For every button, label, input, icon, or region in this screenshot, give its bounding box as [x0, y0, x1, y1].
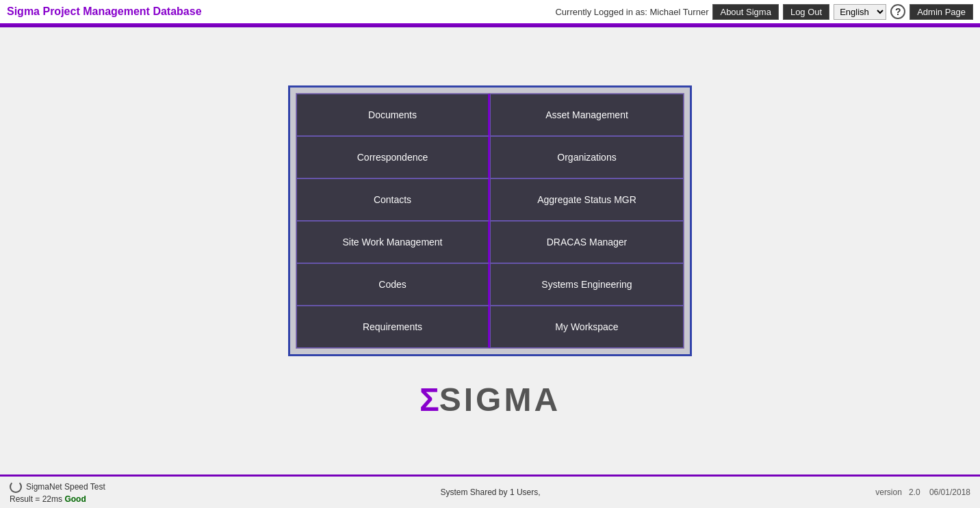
logo-section: Σ SIGMA: [420, 384, 560, 416]
nav-cell-documents[interactable]: Documents: [296, 94, 490, 136]
language-select[interactable]: English Spanish French: [834, 4, 886, 20]
speed-test-label: SigmaNet Speed Test: [26, 482, 105, 492]
version-date: 06/01/2018: [929, 487, 970, 497]
speed-result-text: Result = 22ms: [10, 494, 62, 504]
version-number: 2.0: [909, 487, 920, 497]
about-button[interactable]: About Sigma: [712, 4, 778, 20]
sigma-symbol-icon: Σ: [420, 384, 439, 416]
app-title: Sigma Project Management Database: [7, 5, 202, 18]
nav-cell-correspondence[interactable]: Correspondence: [296, 136, 490, 178]
speed-result-row: Result = 22ms Good: [10, 494, 105, 504]
nav-cell-site-work-management[interactable]: Site Work Management: [296, 221, 490, 263]
nav-cell-dracas-manager[interactable]: DRACAS Manager: [490, 221, 684, 263]
nav-cell-codes[interactable]: Codes: [296, 263, 490, 306]
admin-button[interactable]: Admin Page: [910, 4, 973, 20]
nav-cell-organizations[interactable]: Organizations: [490, 136, 684, 178]
nav-cell-contacts[interactable]: Contacts: [296, 178, 490, 221]
refresh-icon[interactable]: [10, 481, 22, 493]
nav-cell-asset-management[interactable]: Asset Management: [490, 94, 684, 136]
footer-left: SigmaNet Speed Test Result = 22ms Good: [10, 481, 105, 504]
footer-version: version 2.0 06/01/2018: [875, 487, 970, 497]
nav-cell-aggregate-status-mgr[interactable]: Aggregate Status MGR: [490, 178, 684, 221]
header-controls: Currently Logged in as: Michael Turner A…: [555, 4, 973, 20]
footer-shared-label: System Shared by 1 Users,: [441, 487, 541, 497]
speed-test-row: SigmaNet Speed Test: [10, 481, 105, 493]
nav-outer-container: DocumentsAsset ManagementCorrespondenceO…: [288, 85, 692, 356]
logged-in-label: Currently Logged in as: Michael Turner: [555, 7, 708, 17]
logout-button[interactable]: Log Out: [783, 4, 829, 20]
sigma-logo-text: SIGMA: [439, 384, 560, 416]
main-content: DocumentsAsset ManagementCorrespondenceO…: [0, 27, 980, 474]
nav-cell-systems-engineering[interactable]: Systems Engineering: [490, 263, 684, 306]
version-label: version: [875, 487, 902, 497]
nav-cell-requirements[interactable]: Requirements: [296, 306, 490, 348]
nav-grid: DocumentsAsset ManagementCorrespondenceO…: [296, 93, 684, 349]
app-header: Sigma Project Management Database Curren…: [0, 0, 980, 25]
speed-status: Good: [64, 494, 86, 504]
app-footer: SigmaNet Speed Test Result = 22ms Good S…: [0, 474, 980, 508]
help-button[interactable]: ?: [890, 4, 905, 19]
nav-cell-my-workspace[interactable]: My Workspace: [490, 306, 684, 348]
sigma-logo: Σ SIGMA: [420, 384, 560, 416]
